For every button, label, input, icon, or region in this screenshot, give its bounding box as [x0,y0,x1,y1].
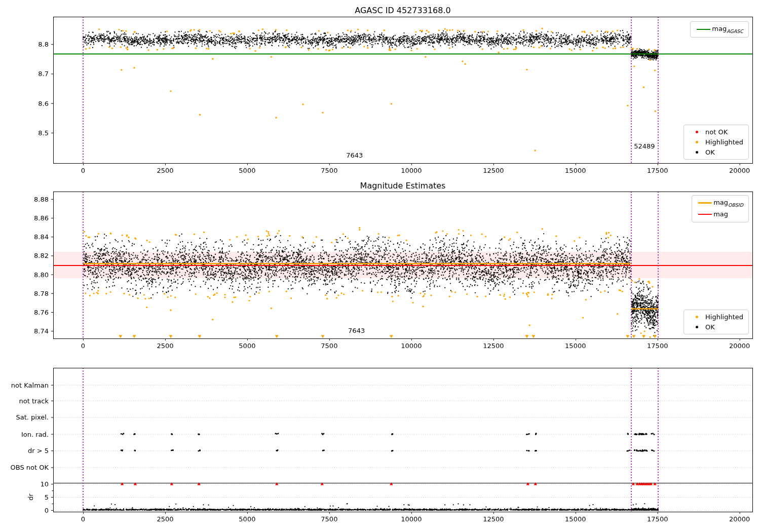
legend-handle [688,131,705,133]
legend-label-ok: OK [705,148,715,156]
legend-item-mag: mag [696,210,743,219]
flag-category-label: not Kalman [11,381,49,389]
orange-dot-swatch [696,316,698,318]
red-dot-swatch [696,131,698,133]
legend-label-not-ok: not OK [705,128,728,136]
orange-line-swatch [698,202,712,204]
y-tick-label: 8.74 [34,327,49,335]
x-tick-label: 20000 [729,167,750,174]
y-tick-label: 8.6 [38,99,49,107]
y-tick-label: 8.86 [34,214,49,222]
legend-label-ok2: OK [705,323,715,331]
x-tick-label: 5000 [239,167,255,174]
legend-label-highlighted2: Highlighted [705,313,743,321]
legend-item-mag-agasc: magAGASC [695,25,743,34]
x-tick-label: 15000 [565,342,586,350]
dr-tick-label: 10 [40,480,49,488]
x-tick-label: 2500 [157,167,173,174]
legend-label-mag: mag [713,210,728,219]
x-tick-label: 17500 [647,167,668,174]
x-tick-label: 15000 [565,167,586,174]
x-tick-label: 17500 [647,515,668,523]
x-tick-label: 10000 [401,167,422,174]
legend-handle [688,316,705,318]
legend-handle [688,151,705,154]
annotation-count-7643-plot2: 7643 [348,327,365,334]
legend-handle [696,214,713,215]
green-line-swatch [697,29,710,30]
dr-tick-label: 0 [45,506,49,514]
x-tick-label: 10000 [401,515,422,523]
x-tick-label: 20000 [729,342,750,350]
x-tick-label: 7500 [321,342,337,350]
x-tick-label: 7500 [321,167,337,174]
plot1-title: AGASC ID 452733168.0 [355,6,450,15]
y-tick-label: 8.84 [34,233,49,241]
x-tick-label: 12500 [483,342,504,350]
x-tick-label: 2500 [157,515,173,523]
legend-item-highlighted2: Highlighted [688,313,743,321]
x-tick-label: 20000 [729,515,750,523]
legend-plot2-lines: magOBSID mag [692,195,749,222]
legend-item-ok2: OK [688,323,743,331]
x-tick-label: 7500 [321,515,337,523]
flag-category-label: OBS not OK [11,464,49,471]
legend-handle [688,141,705,143]
legend-item-mag-obsid: magOBSID [696,199,743,208]
flag-category-label: Sat. pixel. [16,413,49,421]
figure: AGASC ID 452733168.0 Magnitude Estimates… [0,0,760,532]
legend-label-highlighted: Highlighted [705,138,743,146]
annotation-count-7643-plot1: 7643 [346,151,363,159]
x-tick-label: 2500 [157,342,173,350]
legend-label-mag-obsid: magOBSID [713,199,743,208]
x-tick-label: 12500 [483,167,504,174]
plots-canvas [0,0,760,532]
x-tick-label: 0 [81,342,85,350]
dr-tick-label: 5 [45,493,49,501]
legend-item-ok: OK [688,148,743,156]
flag-category-label: Ion. rad. [21,430,49,438]
y-tick-label: 8.78 [34,289,49,297]
plot2-title: Magnitude Estimates [360,181,446,191]
legend-handle [688,326,705,328]
y-tick-label: 8.8 [38,41,49,48]
annotation-count-52489-plot1: 52489 [634,142,655,150]
legend-item-highlighted: Highlighted [688,138,743,146]
x-tick-label: 5000 [239,342,255,350]
orange-dot-swatch [696,141,698,143]
black-dot-swatch [696,326,698,328]
x-tick-label: 0 [81,515,85,523]
legend-mag-agasc: magAGASC [690,21,749,37]
y-tick-label: 8.82 [34,252,49,259]
x-tick-label: 0 [81,167,85,174]
y-tick-label: 8.76 [34,308,49,316]
dr-axis-label: dr [27,493,34,501]
black-dot-swatch [696,151,698,154]
flag-category-label: not track [19,397,49,404]
legend-plot1-markers: not OK Highlighted OK [683,125,749,160]
x-tick-label: 12500 [483,515,504,523]
legend-item-not-ok: not OK [688,128,743,136]
flag-category-label: dr > 5 [28,447,49,454]
y-tick-label: 8.7 [38,70,49,78]
red-line-swatch [698,214,712,215]
x-tick-label: 15000 [565,515,586,523]
legend-handle [695,29,712,30]
legend-plot2-markers: Highlighted OK [683,310,749,334]
legend-label-mag-agasc: magAGASC [712,25,743,34]
legend-handle [696,202,713,204]
y-tick-label: 8.80 [34,271,49,278]
y-tick-label: 8.88 [34,195,49,203]
y-tick-label: 8.5 [38,129,49,136]
x-tick-label: 17500 [647,342,668,350]
x-tick-label: 5000 [239,515,255,523]
x-tick-label: 10000 [401,342,422,350]
